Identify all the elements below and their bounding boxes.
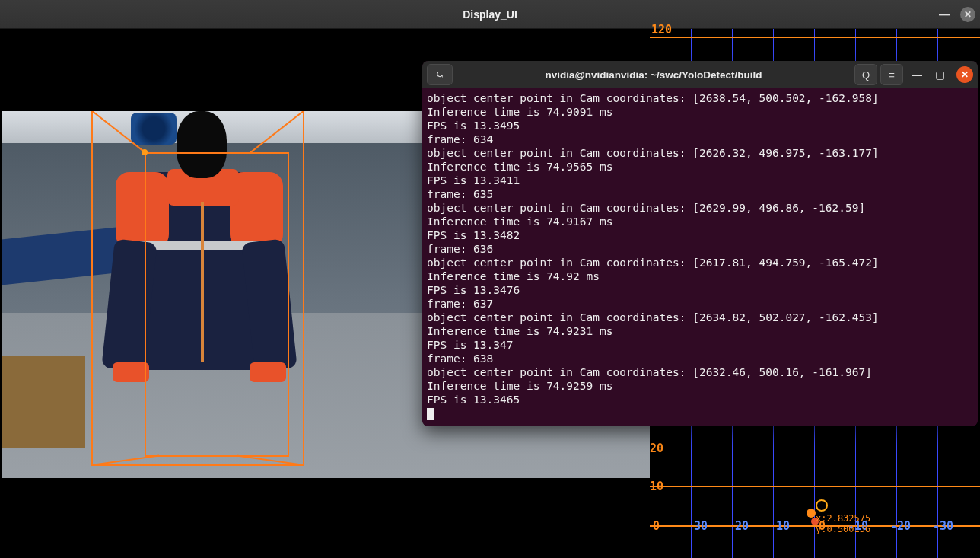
point-x-label: x:2.832575 xyxy=(816,513,870,524)
new-tab-button[interactable]: ⤿ xyxy=(427,64,453,85)
terminal-line: object center point in Cam coordinates: … xyxy=(427,311,879,324)
y-tick-10: 10 xyxy=(650,480,663,493)
search-icon: Q xyxy=(862,69,870,81)
display-titlebar[interactable]: Display_UI — ✕ xyxy=(0,0,980,29)
terminal-window-controls: — ▢ ✕ xyxy=(911,66,973,83)
minimize-button[interactable]: — xyxy=(937,8,951,21)
menu-icon: ≡ xyxy=(889,69,895,81)
close-icon: ✕ xyxy=(961,69,969,80)
point-y-label: y:0.500136 xyxy=(816,524,870,534)
terminal-line: frame: 636 xyxy=(427,243,493,255)
data-ring xyxy=(816,499,828,512)
terminal-line: frame: 634 xyxy=(427,133,493,145)
terminal-window: ⤿ nvidia@nvidianvidia: ~/swc/YoloDetect/… xyxy=(422,61,978,426)
display-window-controls: — ✕ xyxy=(937,0,975,28)
data-point xyxy=(807,509,816,518)
x-tick-10: 10 xyxy=(776,519,790,533)
terminal-line: Inference time is 74.9259 ms xyxy=(427,380,612,392)
cardboard-box xyxy=(2,356,85,448)
y-tick-top: 120 xyxy=(651,23,672,37)
close-icon: ✕ xyxy=(964,9,972,20)
x-tick-n30: -30 xyxy=(933,519,953,533)
new-tab-icon: ⤿ xyxy=(435,69,444,81)
detected-person xyxy=(108,111,291,469)
terminal-line: FPS is 13.3476 xyxy=(427,284,520,296)
terminal-line: Inference time is 74.9167 ms xyxy=(427,215,612,228)
terminal-line: object center point in Cam coordinates: … xyxy=(427,257,879,269)
terminal-close-button[interactable]: ✕ xyxy=(956,66,973,83)
terminal-output[interactable]: object center point in Cam coordinates: … xyxy=(422,88,978,426)
terminal-titlebar[interactable]: ⤿ nvidia@nvidianvidia: ~/swc/YoloDetect/… xyxy=(422,61,978,88)
terminal-line: frame: 638 xyxy=(427,352,493,365)
terminal-line: Inference time is 74.9565 ms xyxy=(427,161,612,173)
display-title: Display_UI xyxy=(463,8,517,21)
terminal-maximize-button[interactable]: ▢ xyxy=(934,69,946,81)
terminal-line: object center point in Cam coordinates: … xyxy=(427,147,879,159)
menu-button[interactable]: ≡ xyxy=(880,64,903,85)
terminal-line: Inference time is 74.92 ms xyxy=(427,270,600,282)
terminal-title: nvidia@nvidianvidia: ~/swc/YoloDetect/bu… xyxy=(456,69,851,81)
terminal-line: frame: 635 xyxy=(427,188,493,200)
x-tick-20: 20 xyxy=(735,519,749,533)
close-button[interactable]: ✕ xyxy=(960,7,975,22)
terminal-line: frame: 637 xyxy=(427,298,493,310)
x-tick-30: 30 xyxy=(694,519,708,533)
terminal-line: object center point in Cam coordinates: … xyxy=(427,366,872,378)
terminal-line: Inference time is 74.9231 ms xyxy=(427,325,612,337)
x-tick-n20: -20 xyxy=(890,519,911,533)
terminal-line: object center point in Cam coordinates: … xyxy=(427,202,865,214)
y-tick-20: 20 xyxy=(650,442,663,455)
terminal-cursor xyxy=(427,408,434,420)
terminal-line: FPS is 13.347 xyxy=(427,339,514,351)
terminal-line: FPS is 13.3482 xyxy=(427,229,520,241)
terminal-line: FPS is 13.3495 xyxy=(427,120,520,132)
terminal-minimize-button[interactable]: — xyxy=(911,69,923,81)
terminal-line: FPS is 13.3411 xyxy=(427,174,520,187)
terminal-line: object center point in Cam coordinates: … xyxy=(427,92,879,104)
terminal-line: FPS is 13.3465 xyxy=(427,394,520,406)
terminal-line: Inference time is 74.9091 ms xyxy=(427,106,612,118)
y-tick-0: 0 xyxy=(653,519,660,533)
search-button[interactable]: Q xyxy=(854,64,877,85)
